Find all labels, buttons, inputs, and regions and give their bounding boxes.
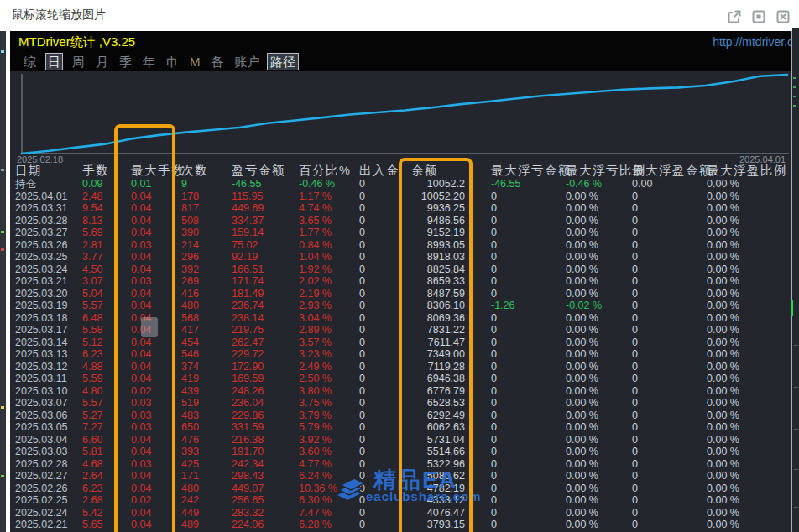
cell-col9: 0 — [491, 215, 497, 227]
cell-col6: 2.49 % — [299, 361, 332, 373]
cell-col12: 0.00 % — [707, 409, 739, 422]
edge-tick — [794, 387, 798, 388]
cell-col12: 0.00 % — [707, 482, 739, 495]
cell-col5: 219.75 — [232, 324, 264, 336]
tab-M[interactable]: M — [188, 54, 202, 70]
fullscreen-icon[interactable] — [751, 9, 766, 24]
cell-col5: 92.19 — [232, 251, 258, 263]
cell-col11: 0 — [632, 458, 638, 471]
cell-col11: 0 — [632, 288, 638, 300]
cell-col10: 0.00 % — [566, 519, 598, 531]
sliver-speck — [1, 231, 4, 233]
cell-col11: 0 — [632, 239, 638, 252]
cell-col10: 0.00 % — [566, 239, 598, 252]
cell-col6: 3.75 % — [299, 397, 332, 409]
cell-col5: 166.51 — [232, 263, 264, 276]
cell-col2: 7.27 — [82, 421, 102, 434]
cell-col12: 0.00 % — [707, 251, 739, 263]
cell-col4: 392 — [181, 263, 199, 276]
background-window-edge — [792, 28, 799, 532]
close-icon[interactable] — [776, 9, 791, 24]
cell-col7: 0 — [359, 251, 365, 263]
cell-col6: 6.30 % — [299, 494, 332, 507]
cell-col10: -0.02 % — [566, 300, 602, 312]
cell-col5: 75.02 — [232, 239, 258, 252]
tab-年[interactable]: 年 — [141, 54, 157, 70]
cell-col7: 0 — [359, 421, 365, 434]
cell-col9: 0 — [491, 288, 497, 300]
cell-col4: 650 — [181, 421, 199, 434]
cell-col11: 0 — [632, 409, 638, 422]
cell-col11: 0 — [632, 482, 638, 495]
cell-col2: 4.50 — [82, 263, 102, 276]
cell-col9: -46.55 — [491, 178, 520, 190]
tab-月[interactable]: 月 — [94, 54, 110, 70]
cell-col9: 0 — [491, 336, 497, 349]
cell-col9: 0 — [491, 409, 497, 422]
cell-col5: 449.07 — [232, 482, 264, 495]
cell-col10: 0.00 % — [566, 482, 598, 495]
cell-col2: 5.81 — [82, 446, 102, 458]
path-button[interactable]: 路径 — [267, 53, 299, 70]
cell-col9: 0 — [491, 373, 497, 385]
cell-col6: 1.17 % — [299, 190, 332, 203]
cell-col4: 449 — [181, 507, 199, 519]
tab-日[interactable]: 日 — [45, 53, 63, 70]
cell-col4: 171 — [181, 470, 199, 482]
cell-col9: 0 — [491, 324, 497, 336]
sliver-speck — [1, 248, 4, 251]
column-header-12: 最大浮盈比例 — [707, 163, 787, 179]
cell-col9: 0 — [491, 239, 497, 252]
cell-col1: 2025.02.25 — [15, 494, 68, 507]
sliver-speck — [1, 50, 4, 53]
sliver-speck — [1, 169, 4, 171]
cell-col10: 0.00 % — [566, 288, 598, 300]
cell-col7: 0 — [359, 324, 365, 336]
cell-col4: 374 — [181, 361, 199, 373]
cell-col5: 236.74 — [232, 300, 264, 312]
cell-col9: 0 — [491, 421, 497, 434]
tab-季[interactable]: 季 — [118, 54, 133, 70]
cell-col12: 0.00 % — [707, 312, 739, 325]
tab-周[interactable]: 周 — [70, 54, 86, 70]
cell-col5: 181.49 — [232, 288, 264, 300]
tab-巾[interactable]: 巾 — [164, 54, 180, 70]
cell-col7: 0 — [359, 361, 365, 373]
cell-col1: 2025.03.13 — [15, 348, 68, 361]
edge-mark — [793, 96, 796, 97]
app-url-link[interactable]: http://mtdriver.c — [713, 35, 792, 49]
cell-col10: 0.00 % — [566, 458, 598, 471]
cell-col1: 2025.02.24 — [15, 507, 68, 519]
cell-col7: 0 — [359, 409, 365, 422]
cell-col10: 0.00 % — [566, 312, 598, 325]
cell-col12: 0.00 % — [707, 494, 739, 507]
cell-col6: -0.46 % — [299, 178, 335, 190]
cell-col12: 0.00 % — [707, 275, 739, 288]
cell-col1: 2025.02.28 — [15, 458, 68, 471]
edge-tick — [794, 345, 798, 346]
tab-综[interactable]: 综 — [22, 54, 38, 70]
tab-备[interactable]: 备 — [210, 54, 226, 70]
cell-col12: 0.00 % — [707, 385, 739, 398]
cell-col5: 256.65 — [232, 494, 264, 507]
cell-col9: 0 — [491, 385, 497, 398]
cell-col11: 0 — [632, 519, 638, 531]
column-header-11: 最大浮盈金额 — [632, 163, 713, 179]
cell-col2: 6.60 — [82, 434, 102, 446]
cell-col2: 6.23 — [82, 482, 102, 495]
cell-col1: 2025.03.28 — [15, 215, 68, 227]
cell-col11: 0 — [632, 227, 638, 239]
cell-col1: 持仓 — [15, 178, 36, 190]
cell-col10: 0.00 % — [566, 446, 598, 458]
tab-账户[interactable]: 账户 — [233, 54, 262, 70]
cell-col6: 1.77 % — [299, 227, 332, 239]
cell-col12: 0.00 % — [707, 215, 739, 227]
cell-col9: 0 — [491, 507, 497, 519]
open-external-icon[interactable] — [727, 9, 742, 24]
cell-col11: 0 — [632, 348, 638, 361]
cell-col2: 5.58 — [82, 324, 102, 336]
cell-col4: 296 — [181, 251, 199, 263]
cell-col7: 0 — [359, 348, 365, 361]
cell-col1: 2025.03.24 — [15, 263, 68, 276]
cell-col1: 2025.04.01 — [15, 190, 68, 203]
